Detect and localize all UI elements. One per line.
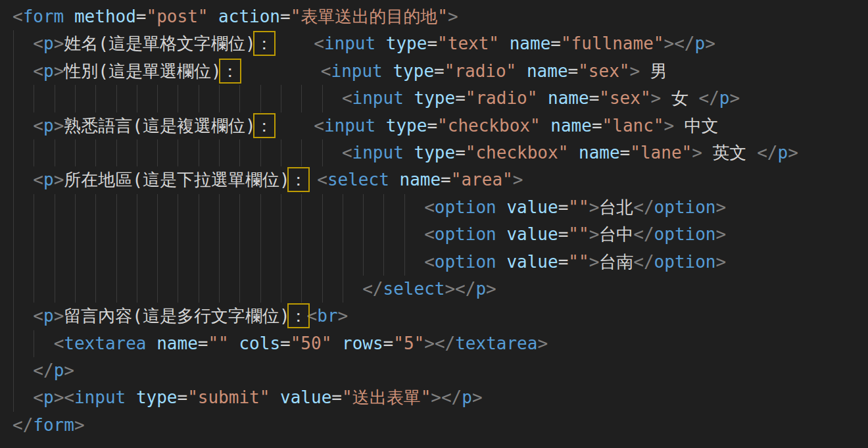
- code-token: =: [434, 61, 445, 81]
- indent-guide: [34, 330, 34, 357]
- indent-guide: [13, 139, 14, 166]
- code-token: <: [424, 197, 435, 217]
- code-token: 英文: [702, 143, 757, 162]
- code-token: [404, 88, 414, 108]
- code-token: "text": [437, 34, 499, 53]
- code-token: p: [475, 279, 486, 299]
- indent-guide: [75, 221, 76, 248]
- code-token: option: [435, 197, 496, 217]
- code-token: >: [730, 88, 740, 108]
- unicode-highlight-box: ：: [222, 61, 239, 81]
- code-line: </form>: [12, 412, 798, 439]
- code-token: [147, 334, 157, 353]
- code-token: >: [705, 34, 715, 53]
- code-token: <: [33, 116, 43, 136]
- code-token: >: [74, 415, 85, 435]
- indent-guide: [178, 139, 178, 166]
- code-line: <p>所在地區(這是下拉選單欄位)： <select name="area">: [12, 166, 798, 193]
- code-token: [496, 252, 507, 272]
- indent-guide: [404, 249, 405, 276]
- code-token: <: [321, 61, 331, 81]
- indent-guide: [239, 276, 240, 303]
- code-token: >: [54, 170, 64, 189]
- code-token: >: [537, 334, 548, 353]
- indent-guide: [301, 194, 302, 221]
- code-token: <: [314, 116, 324, 136]
- indent-guide: [383, 221, 384, 248]
- code-token: =: [441, 170, 451, 189]
- code-indent: [12, 279, 362, 299]
- code-token: option: [654, 224, 716, 244]
- code-token: p: [43, 34, 54, 53]
- code-token: =: [383, 334, 394, 353]
- indent-guide: [178, 276, 178, 303]
- code-token: =: [280, 7, 291, 26]
- indent-guide: [281, 85, 281, 112]
- indent-guide: [95, 249, 96, 276]
- code-token: =: [427, 34, 437, 53]
- indent-guide: [301, 276, 302, 303]
- code-line: <form method="post" action="表單送出的目的地">: [12, 3, 798, 30]
- indent-guide: [322, 249, 323, 276]
- code-token: name: [399, 170, 441, 189]
- code-token: [64, 7, 74, 26]
- indent-guide: [75, 194, 76, 221]
- indent-guide: [34, 249, 34, 276]
- code-token: [331, 334, 342, 353]
- code-token: 台中: [599, 224, 633, 244]
- code-token: p: [694, 34, 705, 53]
- code-token: </: [33, 361, 53, 380]
- code-line: <p>熟悉語言(這是複選欄位)： <input type="checkbox" …: [12, 112, 798, 139]
- indent-guide: [301, 249, 302, 276]
- code-indent: [12, 34, 33, 53]
- code-token: br: [317, 306, 337, 326]
- indent-guide: [13, 166, 14, 193]
- unicode-highlight-box: ：: [290, 306, 307, 326]
- code-token: form: [33, 415, 74, 435]
- code-line: <textarea name="" cols="50" rows="5"></t…: [12, 330, 798, 357]
- code-token: >: [64, 361, 74, 380]
- code-token: "表單送出的目的地": [291, 7, 448, 26]
- indent-guide: [13, 221, 14, 248]
- code-token: >: [716, 252, 727, 272]
- indent-guide: [34, 139, 34, 166]
- code-token: >: [54, 34, 64, 53]
- unicode-highlight-box: ：: [256, 34, 273, 53]
- code-token: <: [314, 34, 324, 53]
- indent-guide: [157, 194, 158, 221]
- indent-guide: [116, 85, 117, 112]
- indent-guide: [157, 221, 158, 248]
- indent-guide: [34, 221, 34, 248]
- code-token: textarea: [64, 334, 146, 353]
- indent-guide: [75, 249, 76, 276]
- indent-guide: [34, 194, 34, 221]
- indent-guide: [260, 276, 261, 303]
- code-token: =: [620, 143, 631, 162]
- code-token: value: [506, 252, 558, 272]
- indent-guide: [55, 139, 55, 166]
- code-token: 所在地區(這是下拉選單欄位): [64, 170, 289, 189]
- code-token: >: [716, 197, 727, 217]
- code-token: input: [324, 34, 375, 53]
- indent-guide: [137, 221, 137, 248]
- code-token: "": [568, 197, 589, 217]
- code-token: ></: [445, 279, 475, 299]
- indent-guide: [178, 249, 178, 276]
- code-token: "area": [451, 170, 513, 189]
- indent-guide: [137, 139, 137, 166]
- indent-guide: [343, 194, 343, 221]
- code-token: value: [506, 197, 558, 217]
- indent-guide: [219, 249, 220, 276]
- indent-guide: [363, 194, 364, 221]
- code-token: textarea: [455, 334, 537, 353]
- code-line: <input type="checkbox" name="lane"> 英文 <…: [12, 139, 798, 166]
- indent-guide: [383, 194, 384, 221]
- indent-guide: [260, 85, 261, 112]
- code-editor[interactable]: <form method="post" action="表單送出的目的地"> <…: [0, 0, 868, 448]
- code-token: ></: [431, 387, 462, 407]
- code-token: rows: [342, 334, 383, 353]
- code-token: type: [136, 387, 178, 407]
- code-token: >: [589, 197, 600, 217]
- code-token: name: [548, 88, 589, 108]
- code-token: [273, 34, 314, 53]
